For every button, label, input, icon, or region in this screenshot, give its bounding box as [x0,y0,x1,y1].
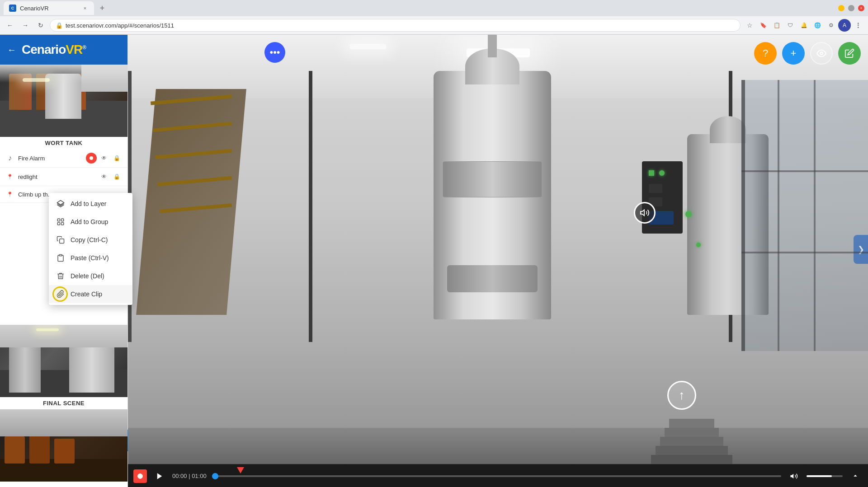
glass-frame-h2 [741,252,868,253]
new-tab-button[interactable]: + [96,2,108,14]
tab-title: CenarioVR [20,5,49,12]
time-display: 00:00 | 01:00 [172,473,207,479]
svg-point-9 [139,474,142,478]
scene-thumbnail-3[interactable] [0,409,127,482]
extension-icon-3[interactable]: 🛡 [784,19,797,32]
location-icon: 📍 [5,172,14,181]
panel-button-1 [649,184,662,193]
tank-window [443,161,542,197]
dots-menu-button[interactable]: ••• [264,42,285,63]
pencil-icon [844,48,854,58]
window-close-button[interactable]: × [858,5,864,11]
context-copy[interactable]: Copy (Ctrl-C) [49,231,127,249]
green-dot-2 [696,243,701,247]
timeline-thumb[interactable] [212,473,218,479]
close-tab-button[interactable]: × [81,5,89,12]
scene-thumb-2 [0,325,127,397]
logo-text: Cenario [22,42,66,56]
expand-button[interactable] [848,469,863,483]
visibility-button[interactable]: 👁 [99,153,109,164]
layers-icon [56,199,65,208]
browser-titlebar: C CenarioVR × + × [0,0,868,16]
paste-icon [56,253,65,262]
context-add-to-group[interactable]: Add to Group [49,213,127,231]
scene-item-fire-alarm[interactable]: ♪ Fire Alarm 👁 🔒 [0,149,127,168]
scene-thumbnail-2[interactable] [0,325,127,397]
panel-led-2 [659,170,665,176]
scene-item-redlight[interactable]: 📍 redlight 👁 🔒 [0,168,127,186]
browser-controls: ← → ↻ 🔒 test.scenariovr.com/app/#/scenar… [0,16,868,34]
browser-tab[interactable]: C CenarioVR × [4,1,94,15]
location-icon-2: 📍 [5,190,14,199]
tank-bottom-detail [447,265,538,292]
tank-top-pipe [488,35,497,57]
green-dot-1 [685,211,692,217]
tab-favicon: C [9,5,16,12]
glass-frame-h1 [741,170,868,172]
wort-tank-label: WORT TANK [0,137,127,149]
extension-icon-1[interactable]: 🔖 [757,19,769,32]
eye-icon [816,48,826,58]
svg-rect-5 [60,239,64,244]
play-button[interactable] [152,469,167,483]
visibility-button-2[interactable]: 👁 [99,171,109,182]
svg-marker-10 [157,473,162,479]
clip-icon [56,290,65,299]
fire-alarm-actions: 👁 🔒 [86,153,122,164]
app-back-button[interactable]: ← [7,45,16,55]
refresh-button[interactable]: ↻ [34,19,47,32]
scene-thumb-3 [0,409,127,482]
right-stairs [651,328,741,464]
app-header: ← CenarioVR® [0,35,127,65]
volume-track[interactable] [807,475,843,477]
bookmark-icon[interactable]: ☆ [743,19,756,32]
minimize-button[interactable] [838,5,844,11]
main-tank [434,71,551,319]
app-logo: CenarioVR® [22,42,86,57]
svg-rect-2 [61,219,64,221]
preview-button[interactable] [810,42,833,65]
forward-button[interactable]: → [19,19,32,32]
context-add-to-layer[interactable]: Add to Layer [49,195,127,213]
extension-icon-2[interactable]: 📋 [770,19,783,32]
browser-profile[interactable]: A [838,19,851,32]
volume-button[interactable] [787,469,801,483]
url-display: test.scenariovr.com/app/#/scenarios/1511 [66,22,174,29]
scene-thumbnail-wort-tank[interactable]: WORT TANK [0,65,127,149]
fire-alarm-name: Fire Alarm [18,155,82,162]
audio-hotspot[interactable] [634,202,656,224]
sidebar: ← CenarioVR® [0,35,128,487]
extension-icon-5[interactable]: 🌐 [811,19,824,32]
timeline-track[interactable] [212,475,781,477]
maximize-button[interactable] [848,5,854,11]
svg-rect-1 [57,219,60,221]
glass-frame-3 [814,80,816,351]
context-create-clip[interactable]: Create Clip [49,285,127,303]
edit-button[interactable] [838,42,861,65]
group-icon [56,217,65,226]
extension-icon-6[interactable]: ⚙ [825,19,837,32]
lock-button-2[interactable]: 🔒 [111,171,122,182]
context-delete[interactable]: Delete (Del) [49,267,127,285]
add-button[interactable]: + [782,42,805,65]
browser-toolbar-icons: ☆ 🔖 📋 🛡 🔔 🌐 ⚙ A ⋮ [743,19,864,32]
panel-led-1 [649,170,654,176]
svg-point-7 [820,52,823,55]
address-bar[interactable]: 🔒 test.scenariovr.com/app/#/scenarios/15… [50,19,741,32]
lock-button[interactable]: 🔒 [111,153,122,164]
timeline-flag-marker[interactable] [237,467,244,473]
copy-icon [56,235,65,244]
svg-rect-3 [57,223,60,225]
svg-marker-8 [641,210,644,216]
back-button[interactable]: ← [4,19,16,32]
context-paste[interactable]: Paste (Ctrl-V) [49,249,127,267]
stop-button[interactable] [133,469,147,483]
help-button[interactable]: ? [754,42,777,65]
scene-thumb-wort-tank [0,65,127,137]
logo-vr: VR [66,42,82,56]
svg-rect-6 [59,255,62,256]
viewer-scene: ↑ ❯ [128,35,868,464]
record-button[interactable] [86,153,97,164]
extension-icon-4[interactable]: 🔔 [797,19,810,32]
menu-icon[interactable]: ⋮ [852,19,864,32]
